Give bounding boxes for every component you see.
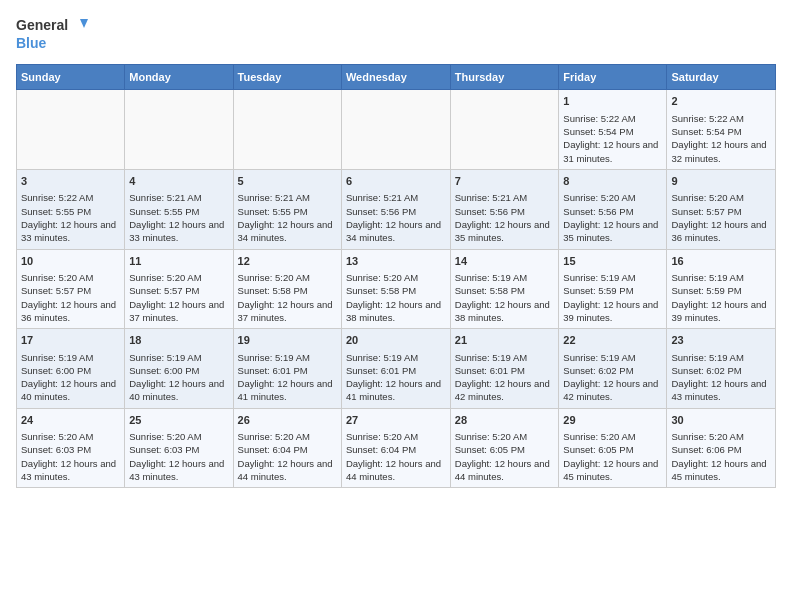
day-number: 3: [21, 174, 120, 189]
daylight-text-2: 32 minutes.: [671, 153, 720, 164]
sunset-text: Sunset: 5:57 PM: [671, 206, 741, 217]
sunrise-text: Sunrise: 5:20 AM: [563, 431, 635, 442]
calendar-cell: 9Sunrise: 5:20 AMSunset: 5:57 PMDaylight…: [667, 169, 776, 249]
sunrise-text: Sunrise: 5:20 AM: [346, 431, 418, 442]
calendar-cell: 21Sunrise: 5:19 AMSunset: 6:01 PMDayligh…: [450, 329, 559, 409]
calendar-week-1: 1Sunrise: 5:22 AMSunset: 5:54 PMDaylight…: [17, 90, 776, 170]
logo-bird-icon: [70, 18, 88, 32]
logo-general: General: [16, 16, 68, 34]
day-number: 15: [563, 254, 662, 269]
calendar-cell: 24Sunrise: 5:20 AMSunset: 6:03 PMDayligh…: [17, 408, 125, 488]
sunset-text: Sunset: 6:05 PM: [455, 444, 525, 455]
weekday-header-wednesday: Wednesday: [341, 65, 450, 90]
day-number: 10: [21, 254, 120, 269]
sunset-text: Sunset: 6:06 PM: [671, 444, 741, 455]
sunrise-text: Sunrise: 5:20 AM: [238, 272, 310, 283]
calendar-cell: 18Sunrise: 5:19 AMSunset: 6:00 PMDayligh…: [125, 329, 233, 409]
day-number: 13: [346, 254, 446, 269]
sunrise-text: Sunrise: 5:20 AM: [238, 431, 310, 442]
sunrise-text: Sunrise: 5:21 AM: [238, 192, 310, 203]
calendar-week-2: 3Sunrise: 5:22 AMSunset: 5:55 PMDaylight…: [17, 169, 776, 249]
day-number: 20: [346, 333, 446, 348]
day-number: 25: [129, 413, 228, 428]
calendar-cell: 10Sunrise: 5:20 AMSunset: 5:57 PMDayligh…: [17, 249, 125, 329]
sunset-text: Sunset: 5:56 PM: [563, 206, 633, 217]
calendar-cell: 19Sunrise: 5:19 AMSunset: 6:01 PMDayligh…: [233, 329, 341, 409]
day-number: 21: [455, 333, 555, 348]
daylight-text-2: 35 minutes.: [455, 232, 504, 243]
daylight-text-2: 44 minutes.: [455, 471, 504, 482]
sunrise-text: Sunrise: 5:20 AM: [671, 431, 743, 442]
daylight-text: Daylight: 12 hours and: [671, 458, 766, 469]
daylight-text-2: 33 minutes.: [129, 232, 178, 243]
sunset-text: Sunset: 5:55 PM: [238, 206, 308, 217]
calendar-cell: 20Sunrise: 5:19 AMSunset: 6:01 PMDayligh…: [341, 329, 450, 409]
sunset-text: Sunset: 6:01 PM: [238, 365, 308, 376]
sunrise-text: Sunrise: 5:19 AM: [129, 352, 201, 363]
sunrise-text: Sunrise: 5:22 AM: [21, 192, 93, 203]
calendar-cell: [125, 90, 233, 170]
calendar-cell: 15Sunrise: 5:19 AMSunset: 5:59 PMDayligh…: [559, 249, 667, 329]
sunrise-text: Sunrise: 5:20 AM: [129, 272, 201, 283]
daylight-text: Daylight: 12 hours and: [671, 219, 766, 230]
calendar-cell: [233, 90, 341, 170]
weekday-header-tuesday: Tuesday: [233, 65, 341, 90]
daylight-text: Daylight: 12 hours and: [455, 299, 550, 310]
day-number: 8: [563, 174, 662, 189]
sunrise-text: Sunrise: 5:20 AM: [21, 431, 93, 442]
calendar-cell: 2Sunrise: 5:22 AMSunset: 5:54 PMDaylight…: [667, 90, 776, 170]
daylight-text-2: 37 minutes.: [129, 312, 178, 323]
daylight-text-2: 44 minutes.: [238, 471, 287, 482]
day-number: 5: [238, 174, 337, 189]
daylight-text-2: 42 minutes.: [455, 391, 504, 402]
calendar-cell: [341, 90, 450, 170]
calendar-cell: 11Sunrise: 5:20 AMSunset: 5:57 PMDayligh…: [125, 249, 233, 329]
sunrise-text: Sunrise: 5:19 AM: [455, 352, 527, 363]
daylight-text: Daylight: 12 hours and: [21, 219, 116, 230]
sunrise-text: Sunrise: 5:21 AM: [129, 192, 201, 203]
calendar-cell: 6Sunrise: 5:21 AMSunset: 5:56 PMDaylight…: [341, 169, 450, 249]
day-number: 27: [346, 413, 446, 428]
daylight-text: Daylight: 12 hours and: [21, 299, 116, 310]
daylight-text-2: 38 minutes.: [346, 312, 395, 323]
calendar-cell: 5Sunrise: 5:21 AMSunset: 5:55 PMDaylight…: [233, 169, 341, 249]
day-number: 28: [455, 413, 555, 428]
sunset-text: Sunset: 6:00 PM: [21, 365, 91, 376]
daylight-text: Daylight: 12 hours and: [455, 458, 550, 469]
daylight-text-2: 40 minutes.: [21, 391, 70, 402]
calendar-cell: 14Sunrise: 5:19 AMSunset: 5:58 PMDayligh…: [450, 249, 559, 329]
sunset-text: Sunset: 5:58 PM: [455, 285, 525, 296]
weekday-header-sunday: Sunday: [17, 65, 125, 90]
sunset-text: Sunset: 5:57 PM: [129, 285, 199, 296]
sunset-text: Sunset: 6:03 PM: [21, 444, 91, 455]
day-number: 1: [563, 94, 662, 109]
sunrise-text: Sunrise: 5:19 AM: [455, 272, 527, 283]
calendar-cell: 13Sunrise: 5:20 AMSunset: 5:58 PMDayligh…: [341, 249, 450, 329]
daylight-text: Daylight: 12 hours and: [21, 458, 116, 469]
calendar-cell: 1Sunrise: 5:22 AMSunset: 5:54 PMDaylight…: [559, 90, 667, 170]
logo-container: General Blue: [16, 16, 88, 52]
weekday-header-friday: Friday: [559, 65, 667, 90]
daylight-text: Daylight: 12 hours and: [671, 378, 766, 389]
calendar-cell: 17Sunrise: 5:19 AMSunset: 6:00 PMDayligh…: [17, 329, 125, 409]
daylight-text-2: 44 minutes.: [346, 471, 395, 482]
daylight-text-2: 39 minutes.: [563, 312, 612, 323]
sunset-text: Sunset: 5:59 PM: [671, 285, 741, 296]
sunset-text: Sunset: 5:55 PM: [129, 206, 199, 217]
sunset-text: Sunset: 6:01 PM: [455, 365, 525, 376]
calendar-cell: 25Sunrise: 5:20 AMSunset: 6:03 PMDayligh…: [125, 408, 233, 488]
sunset-text: Sunset: 5:55 PM: [21, 206, 91, 217]
sunrise-text: Sunrise: 5:19 AM: [563, 272, 635, 283]
sunset-text: Sunset: 6:02 PM: [563, 365, 633, 376]
calendar-table: SundayMondayTuesdayWednesdayThursdayFrid…: [16, 64, 776, 488]
calendar-week-4: 17Sunrise: 5:19 AMSunset: 6:00 PMDayligh…: [17, 329, 776, 409]
sunset-text: Sunset: 6:00 PM: [129, 365, 199, 376]
calendar-cell: 8Sunrise: 5:20 AMSunset: 5:56 PMDaylight…: [559, 169, 667, 249]
daylight-text: Daylight: 12 hours and: [346, 458, 441, 469]
sunset-text: Sunset: 6:04 PM: [238, 444, 308, 455]
daylight-text-2: 37 minutes.: [238, 312, 287, 323]
calendar-cell: 23Sunrise: 5:19 AMSunset: 6:02 PMDayligh…: [667, 329, 776, 409]
weekday-header-thursday: Thursday: [450, 65, 559, 90]
daylight-text-2: 40 minutes.: [129, 391, 178, 402]
calendar-cell: 12Sunrise: 5:20 AMSunset: 5:58 PMDayligh…: [233, 249, 341, 329]
